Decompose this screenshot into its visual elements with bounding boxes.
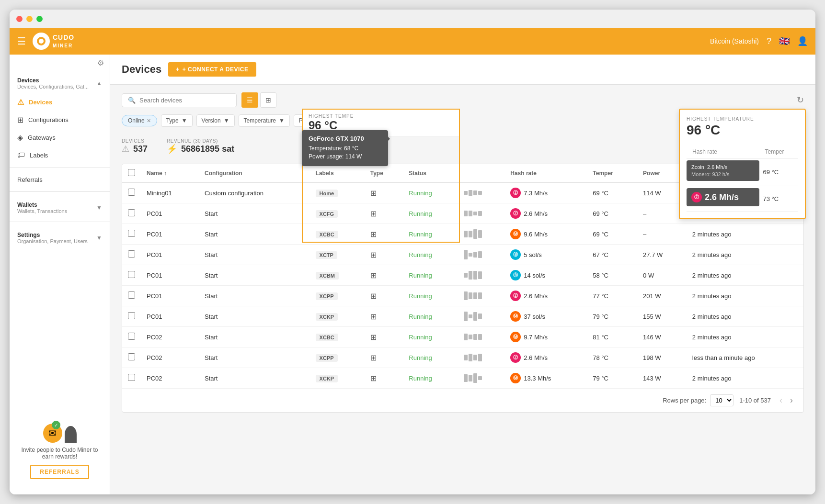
hashrate-value: 2.6 Mh/s: [524, 292, 548, 300]
previous-page-button[interactable]: ‹: [777, 394, 785, 406]
help-icon[interactable]: ?: [767, 36, 771, 46]
row-status: Running: [403, 245, 458, 265]
bar: [469, 335, 472, 339]
row-checkbox[interactable]: [128, 209, 135, 216]
flag-icon[interactable]: 🇬🇧: [779, 36, 790, 46]
filter-power-usage[interactable]: Power usage ▼: [294, 114, 346, 127]
row-config: Start: [199, 327, 310, 347]
minimize-button[interactable]: [26, 16, 33, 22]
row-hashrate: Ⓩ 2.6 Mh/s: [504, 203, 587, 224]
algo-badge: Ⓑ: [510, 270, 521, 280]
label-badge: Home: [316, 190, 338, 197]
version-chevron-icon: ▼: [224, 117, 229, 124]
row-type: ⊞: [365, 347, 403, 368]
sidebar-chevron-icon[interactable]: ▲: [96, 80, 102, 87]
select-all-checkbox[interactable]: [128, 169, 135, 176]
configuration-header[interactable]: Configuration: [199, 164, 310, 183]
row-type: ⊞: [365, 265, 403, 286]
hamburger-menu-icon[interactable]: ☰: [17, 35, 26, 47]
tooltip-gpu-name: GeForce GTX 1070: [309, 135, 381, 142]
connect-device-button[interactable]: + + CONNECT A DEVICE: [168, 62, 256, 77]
bar: [464, 231, 468, 237]
sidebar-item-labels[interactable]: 🏷 Labels: [10, 146, 110, 164]
sidebar-item-devices[interactable]: ⚠ Devices: [10, 93, 110, 111]
devices-stat-icon: ⚠: [122, 144, 129, 154]
wallets-chevron-icon[interactable]: ▼: [96, 204, 102, 211]
grid-view-button[interactable]: ⊞: [260, 92, 276, 108]
settings-chevron-icon[interactable]: ▼: [96, 235, 102, 241]
tooltip-temp-value: 68 °C: [344, 145, 358, 152]
row-checkbox-cell: [122, 368, 141, 389]
remove-filter-icon[interactable]: ✕: [147, 118, 151, 124]
power-filter-label: Power usage: [299, 117, 332, 124]
toolbar: 🔍 ☰ ⊞ ↻: [122, 92, 804, 108]
row-config: Start: [199, 224, 310, 245]
sidebar-item-referrals[interactable]: Referrals: [10, 172, 110, 188]
label-badge: XCKP: [316, 313, 338, 321]
row-checkbox[interactable]: [128, 312, 135, 319]
user-icon[interactable]: 👤: [797, 36, 808, 46]
name-header[interactable]: Name ↑: [141, 164, 199, 183]
row-status: Running: [403, 183, 458, 203]
row-bars: [458, 224, 505, 245]
bar: [478, 271, 482, 280]
referrals-button[interactable]: REFERRALS: [30, 465, 89, 479]
next-page-button[interactable]: ›: [787, 394, 796, 406]
row-checkbox[interactable]: [128, 333, 135, 340]
online-filter-label: Online: [128, 117, 145, 124]
close-button[interactable]: [16, 16, 23, 22]
logo-icon: [33, 33, 50, 50]
row-type: ⊞: [365, 327, 403, 347]
row-hashrate: Ⓜ 13.3 Mh/s: [504, 368, 587, 389]
sidebar-gateways-label: Gateways: [28, 134, 56, 141]
type-header: Type: [365, 164, 403, 183]
settings-icon[interactable]: ⚙: [97, 58, 104, 67]
filter-type[interactable]: Type ▼: [161, 114, 193, 127]
revenue-stat-value: 56861895 sat: [181, 144, 234, 154]
refresh-icon[interactable]: ↻: [797, 95, 804, 105]
row-checkbox[interactable]: [128, 374, 135, 381]
row-checkbox[interactable]: [128, 230, 135, 237]
bar: [469, 211, 472, 216]
filter-online[interactable]: Online ✕: [122, 115, 157, 126]
table-row: PC02 Start XCKP ⊞ Running Ⓜ 13.3 Mh/s 79…: [122, 368, 803, 389]
status-badge: Running: [409, 272, 432, 279]
sidebar: ⚙ Devices Devices, Configurations, Gat..…: [10, 55, 110, 494]
row-name: PC02: [141, 368, 199, 389]
row-checkbox[interactable]: [128, 250, 135, 258]
row-lastseen: less than a minute ago: [687, 347, 803, 368]
filter-version[interactable]: Version ▼: [196, 114, 235, 127]
row-config: Start: [199, 286, 310, 306]
row-checkbox-cell: [122, 306, 141, 327]
algo-badge: Ⓩ: [510, 188, 521, 198]
sidebar-item-configurations[interactable]: ⊞ Configurations: [10, 111, 110, 129]
status-badge: Running: [409, 210, 432, 217]
algo-badge: Ⓜ: [510, 229, 521, 239]
row-status: Running: [403, 306, 458, 327]
tooltip-power-row: Power usage: 114 W: [309, 153, 381, 160]
content-body: 🔍 ☰ ⊞ ↻ Online ✕ Type: [110, 85, 815, 420]
row-checkbox[interactable]: [128, 271, 135, 278]
rows-per-page-select[interactable]: 10 25 50: [710, 394, 733, 406]
filter-temperature[interactable]: Temperature ▼: [239, 114, 290, 127]
row-hashrate: Ⓜ 37 sol/s: [504, 306, 587, 327]
algo-badge: Ⓜ: [510, 373, 521, 383]
row-checkbox[interactable]: [128, 291, 135, 299]
temperature-chevron-icon: ▼: [279, 117, 285, 124]
hashrate-value: 14 sol/s: [524, 272, 545, 279]
maximize-button[interactable]: [36, 16, 43, 22]
list-view-button[interactable]: ☰: [241, 92, 258, 108]
sidebar-item-gateways[interactable]: ◈ Gateways: [10, 129, 110, 146]
algo-badge: Ⓜ: [510, 332, 521, 342]
hash-bars: [464, 250, 499, 259]
row-lastseen: 2 minutes ago: [687, 265, 803, 286]
page-info: 1-10 of 537: [739, 397, 771, 404]
search-input[interactable]: [139, 97, 230, 104]
sidebar-section-settings: Settings Organisation, Payment, Users ▼: [10, 226, 110, 248]
label-badge: XCKP: [316, 375, 338, 382]
row-checkbox[interactable]: [128, 353, 135, 360]
label-badge: XCTP: [316, 251, 337, 259]
row-checkbox[interactable]: [128, 189, 135, 196]
row-status: Running: [403, 224, 458, 245]
temperature-header: Temper: [587, 164, 637, 183]
